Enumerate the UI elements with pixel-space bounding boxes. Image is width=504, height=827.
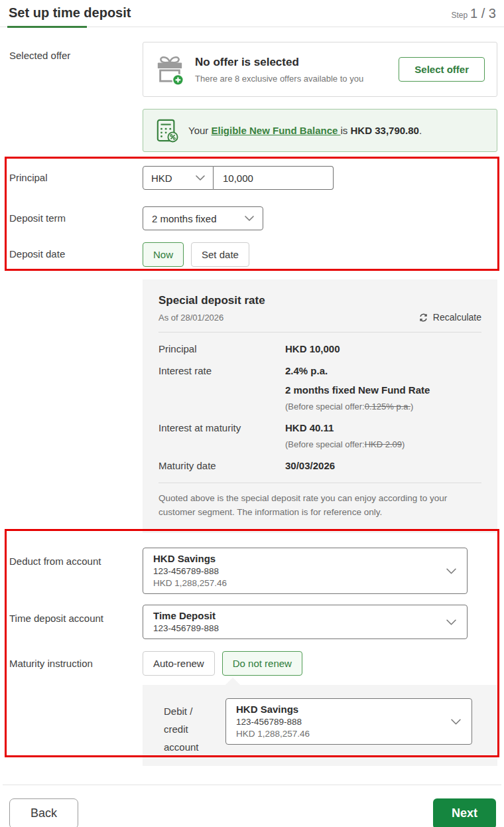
deposit-date-set-date-button[interactable]: Set date: [191, 242, 249, 267]
interest-at-maturity-label: Interest at maturity: [158, 422, 285, 449]
maturity-date-label: Maturity date: [158, 460, 285, 471]
time-deposit-account-label: Time deposit account: [9, 605, 143, 639]
interest-rate-before-offer: (Before special offer:0.125% p.a.): [285, 402, 430, 412]
deposit-date-toggle: Now Set date: [143, 242, 249, 267]
rate-principal-label: Principal: [158, 343, 285, 354]
selected-offer-row: Selected offer No offer is selected Ther…: [9, 42, 497, 97]
offer-subtitle: There are 8 exclusive offers available t…: [195, 74, 363, 84]
gift-icon: [155, 54, 184, 86]
account-number: 123-456789-888: [153, 566, 438, 577]
next-button[interactable]: Next: [433, 798, 496, 827]
interest-rate-row: Interest rate 2.4% p.a. 2 months fixed N…: [158, 365, 481, 412]
deposit-date-now-button[interactable]: Now: [143, 242, 184, 267]
maturity-date-value: 30/03/2026: [285, 460, 335, 471]
interest-at-maturity-row: Interest at maturity HKD 40.11 (Before s…: [158, 422, 481, 449]
select-offer-button[interactable]: Select offer: [399, 57, 485, 82]
rate-panel-as-of: As of 28/01/2026: [158, 313, 265, 323]
eligible-balance-amount: HKD 33,790.80: [351, 125, 419, 136]
refresh-icon: [418, 313, 428, 323]
account-number: 123-456789-888: [236, 717, 442, 727]
interest-rate-label: Interest rate: [158, 365, 285, 412]
maturity-instruction-label: Maturity instruction: [9, 651, 143, 676]
recalculate-button[interactable]: Recalculate: [418, 312, 481, 323]
account-number: 123-456789-888: [153, 623, 438, 634]
maturity-instruction-toggle: Auto-renew Do not renew: [143, 651, 302, 676]
deduct-from-account-label: Deduct from account: [9, 548, 143, 594]
before-prefix: (Before special offer:: [285, 402, 365, 412]
page-title: Set up time deposit: [9, 5, 131, 21]
special-deposit-rate-panel: Special deposit rate As of 28/01/2026 Re…: [143, 279, 497, 533]
maturity-instruction-row: Maturity instruction Auto-renew Do not r…: [9, 651, 497, 676]
footer-actions: Back Next: [9, 798, 496, 827]
chevron-down-icon: [245, 216, 254, 221]
interest-at-maturity-value: HKD 40.11: [285, 422, 405, 433]
deduct-from-account-select[interactable]: HKD Savings 123-456789-888 HKD 1,288,257…: [143, 548, 468, 594]
step-label: Step: [451, 11, 468, 20]
divider: [158, 483, 481, 483]
eligible-new-fund-balance-link[interactable]: Eligible New Fund Balance: [211, 125, 340, 136]
interest-rate-values: 2.4% p.a. 2 months fixed New Fund Rate (…: [285, 365, 430, 412]
recalculate-label: Recalculate: [433, 312, 481, 323]
account-balance: HKD 1,288,257.46: [153, 578, 438, 589]
before-strike-value: HKD 2.09: [365, 439, 402, 449]
setup-time-deposit-page: Set up time deposit Step1 / 3 Selected o…: [0, 0, 504, 827]
page-header: Set up time deposit Step1 / 3: [0, 0, 504, 27]
deposit-term-label: Deposit term: [9, 206, 143, 230]
deposit-term-select[interactable]: 2 months fixed: [143, 206, 263, 230]
time-deposit-account-select[interactable]: Time Deposit 123-456789-888: [143, 605, 468, 639]
before-suffix: ): [410, 402, 413, 412]
rate-panel-titles: Special deposit rate As of 28/01/2026: [158, 294, 265, 323]
note-mid: is: [341, 125, 351, 136]
auto-renew-button[interactable]: Auto-renew: [143, 651, 215, 676]
eligible-balance-note: Your Eligible New Fund Balance is HKD 33…: [143, 109, 497, 152]
principal-label: Principal: [9, 166, 143, 190]
interest-at-maturity-values: HKD 40.11 (Before special offer:HKD 2.09…: [285, 422, 405, 449]
rate-principal-row: Principal HKD 10,000: [158, 343, 481, 354]
divider: [3, 785, 501, 785]
offer-title: No offer is selected: [195, 56, 363, 69]
rate-principal-value: HKD 10,000: [285, 343, 340, 354]
deduct-from-account-row: Deduct from account HKD Savings 123-4567…: [9, 548, 497, 594]
deposit-date-row: Deposit date Now Set date: [9, 242, 497, 267]
interest-rate-description: 2 months fixed New Fund Rate: [285, 384, 430, 396]
account-balance: HKD 1,288,257.46: [236, 729, 442, 739]
note-suffix: .: [419, 125, 422, 136]
currency-value: HKD: [151, 173, 172, 184]
deposit-date-label: Deposit date: [9, 242, 143, 267]
rate-panel-title: Special deposit rate: [158, 294, 265, 307]
chevron-down-icon: [446, 568, 456, 574]
chevron-down-icon: [196, 175, 205, 181]
account-name: HKD Savings: [236, 704, 442, 715]
step-indicator: Step1 / 3: [451, 6, 496, 21]
note-prefix: Your: [188, 125, 211, 136]
step-value: 1 / 3: [470, 6, 496, 21]
interest-rate-value: 2.4% p.a.: [285, 365, 430, 376]
back-button[interactable]: Back: [9, 798, 78, 827]
chevron-down-icon: [451, 719, 461, 725]
before-strike-value: 0.125% p.a.: [365, 402, 410, 412]
selected-offer-label: Selected offer: [9, 42, 143, 97]
principal-row: Principal HKD: [9, 166, 497, 190]
divider: [158, 332, 481, 333]
do-not-renew-button[interactable]: Do not renew: [222, 651, 302, 676]
deposit-term-row: Deposit term 2 months fixed: [9, 206, 497, 230]
offer-texts: No offer is selected There are 8 exclusi…: [195, 56, 363, 84]
before-prefix: (Before special offer:: [285, 439, 365, 449]
interest-at-maturity-before-offer: (Before special offer:HKD 2.09): [285, 439, 405, 449]
deposit-term-value: 2 months fixed: [152, 213, 217, 224]
time-deposit-account-row: Time deposit account Time Deposit 123-45…: [9, 605, 497, 639]
maturity-date-row: Maturity date 30/03/2026: [158, 460, 481, 471]
principal-control: HKD: [143, 166, 334, 190]
chevron-down-icon: [446, 619, 456, 625]
rate-panel-header: Special deposit rate As of 28/01/2026 Re…: [158, 294, 481, 323]
debit-credit-account-panel: Debit / credit account HKD Savings 123-4…: [143, 685, 497, 766]
before-suffix: ): [402, 439, 405, 449]
debit-credit-account-label: Debit / credit account: [164, 698, 218, 766]
principal-amount-input[interactable]: [214, 166, 334, 190]
active-tab-underline: [7, 26, 87, 28]
currency-select[interactable]: HKD: [143, 166, 214, 190]
offer-card: No offer is selected There are 8 exclusi…: [143, 42, 497, 97]
eligible-balance-text: Your Eligible New Fund Balance is HKD 33…: [188, 125, 422, 136]
account-name: HKD Savings: [153, 553, 438, 565]
debit-credit-account-select[interactable]: HKD Savings 123-456789-888 HKD 1,288,257…: [225, 698, 472, 745]
